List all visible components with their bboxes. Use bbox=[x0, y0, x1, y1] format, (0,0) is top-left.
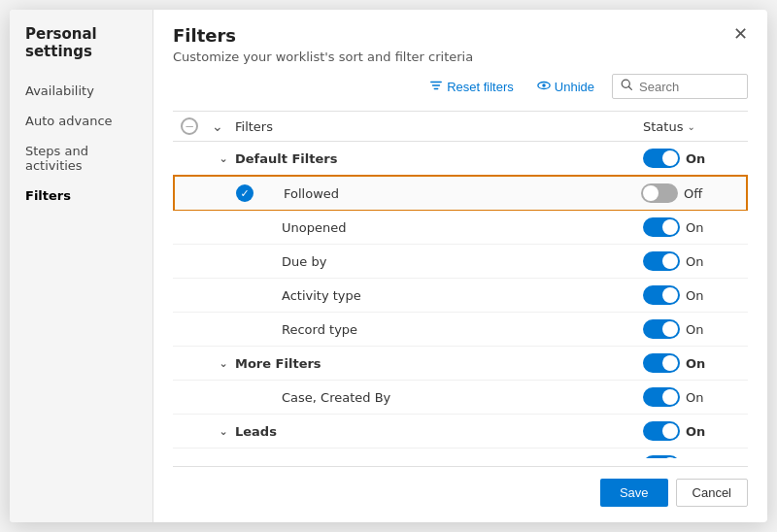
dialog-title: Filters bbox=[173, 25, 236, 46]
svg-line-3 bbox=[629, 87, 632, 90]
name-due-by: Due by bbox=[282, 254, 643, 269]
toggle-case-created-by[interactable] bbox=[643, 387, 680, 407]
status-record-type: On bbox=[643, 319, 740, 339]
toggle-record-type[interactable] bbox=[643, 319, 680, 339]
header-dash-icon: − bbox=[181, 117, 198, 135]
sidebar-item-steps-activities[interactable]: Steps and activities bbox=[10, 136, 152, 181]
toggle-due-by[interactable] bbox=[643, 251, 680, 271]
name-default-filters: Default Filters bbox=[235, 151, 643, 166]
search-box[interactable] bbox=[612, 74, 748, 99]
row-unopened: Unopened On bbox=[173, 211, 748, 245]
reset-filters-button[interactable]: Reset filters bbox=[423, 75, 520, 99]
sidebar-item-availability[interactable]: Availability bbox=[10, 76, 152, 106]
expand-default-filters[interactable]: ⌄ bbox=[212, 152, 235, 165]
save-button[interactable]: Save bbox=[600, 479, 668, 507]
check-followed: ✓ bbox=[229, 184, 260, 202]
sidebar-title: Personal settings bbox=[10, 25, 152, 76]
table-header: − ⌄ Filters Status ⌄ bbox=[173, 112, 748, 142]
status-label-case-created-by: On bbox=[686, 390, 703, 405]
status-unopened: On bbox=[643, 217, 740, 237]
reset-filters-icon bbox=[429, 79, 443, 95]
search-input[interactable] bbox=[639, 80, 739, 94]
toggle-leads[interactable] bbox=[643, 421, 680, 441]
toolbar: Reset filters Unhide bbox=[173, 74, 748, 99]
dialog-footer: Save Cancel bbox=[173, 466, 748, 507]
name-activity-type: Activity type bbox=[282, 288, 643, 303]
expand-leads[interactable]: ⌄ bbox=[212, 425, 235, 438]
status-default-filters: On bbox=[643, 149, 740, 168]
toggle-default-filters[interactable] bbox=[643, 149, 680, 168]
toggle-more-filters[interactable] bbox=[643, 353, 680, 373]
row-default-filters: ⌄ Default Filters On bbox=[173, 142, 748, 176]
row-lead-currency: Lead, Currency On bbox=[173, 449, 748, 458]
status-label-record-type: On bbox=[686, 322, 703, 337]
unhide-label: Unhide bbox=[555, 80, 594, 94]
toggle-followed[interactable] bbox=[641, 183, 678, 203]
toggle-unopened[interactable] bbox=[643, 217, 680, 237]
personal-settings-dialog: Personal settings Availability Auto adva… bbox=[10, 10, 767, 522]
close-button[interactable]: ✕ bbox=[733, 25, 748, 43]
header-chevron-icon: ⌄ bbox=[212, 118, 223, 134]
status-label-leads: On bbox=[686, 424, 705, 439]
unhide-icon bbox=[537, 79, 551, 95]
sidebar-item-filters[interactable]: Filters bbox=[10, 181, 152, 211]
status-leads: On bbox=[643, 421, 740, 441]
name-followed: Followed bbox=[284, 186, 641, 201]
name-more-filters: More Filters bbox=[235, 356, 643, 371]
header-check-col: − bbox=[181, 117, 212, 135]
dialog-header: Filters ✕ bbox=[173, 25, 748, 46]
svg-point-1 bbox=[542, 83, 546, 87]
status-more-filters: On bbox=[643, 353, 740, 373]
sidebar-item-auto-advance[interactable]: Auto advance bbox=[10, 106, 152, 136]
row-record-type: Record type On bbox=[173, 313, 748, 347]
status-label-default-filters: On bbox=[686, 151, 705, 166]
row-followed[interactable]: ✓ Followed Off bbox=[173, 175, 748, 212]
header-expand-col: ⌄ bbox=[212, 118, 235, 134]
name-case-created-by: Case, Created By bbox=[282, 390, 643, 405]
toggle-activity-type[interactable] bbox=[643, 285, 680, 305]
search-icon bbox=[621, 79, 633, 94]
expand-more-filters[interactable]: ⌄ bbox=[212, 357, 235, 370]
dialog-subtitle: Customize your worklist's sort and filte… bbox=[173, 50, 748, 64]
name-leads: Leads bbox=[235, 424, 643, 439]
status-lead-currency: On bbox=[643, 455, 740, 458]
row-activity-type: Activity type On bbox=[173, 279, 748, 313]
status-label-activity-type: On bbox=[686, 288, 703, 303]
sidebar: Personal settings Availability Auto adva… bbox=[10, 10, 153, 522]
main-content: Filters ✕ Customize your worklist's sort… bbox=[153, 10, 767, 522]
reset-filters-label: Reset filters bbox=[447, 80, 514, 94]
header-filters-label: Filters bbox=[235, 119, 643, 134]
status-case-created-by: On bbox=[643, 387, 740, 407]
status-label-unopened: On bbox=[686, 220, 703, 235]
unhide-button[interactable]: Unhide bbox=[531, 75, 600, 99]
status-due-by: On bbox=[643, 251, 740, 271]
header-status-label: Status ⌄ bbox=[643, 119, 740, 134]
status-followed: Off bbox=[641, 183, 738, 203]
name-record-type: Record type bbox=[282, 322, 643, 337]
cancel-button[interactable]: Cancel bbox=[676, 479, 748, 507]
toggle-lead-currency[interactable] bbox=[643, 455, 680, 458]
status-label-more-filters: On bbox=[686, 356, 705, 371]
name-unopened: Unopened bbox=[282, 220, 643, 235]
row-due-by: Due by On bbox=[173, 245, 748, 279]
row-more-filters: ⌄ More Filters On bbox=[173, 347, 748, 381]
filter-table: − ⌄ Filters Status ⌄ ⌄ Default Filters bbox=[173, 111, 748, 458]
row-case-created-by: Case, Created By On bbox=[173, 381, 748, 415]
status-activity-type: On bbox=[643, 285, 740, 305]
status-label-lead-currency: On bbox=[686, 458, 703, 459]
status-label-followed: Off bbox=[684, 186, 702, 201]
sort-arrow-icon: ⌄ bbox=[687, 121, 694, 132]
status-label-due-by: On bbox=[686, 254, 703, 269]
name-lead-currency: Lead, Currency bbox=[282, 458, 643, 459]
row-leads: ⌄ Leads On bbox=[173, 415, 748, 449]
blue-checkmark-icon: ✓ bbox=[236, 184, 253, 202]
